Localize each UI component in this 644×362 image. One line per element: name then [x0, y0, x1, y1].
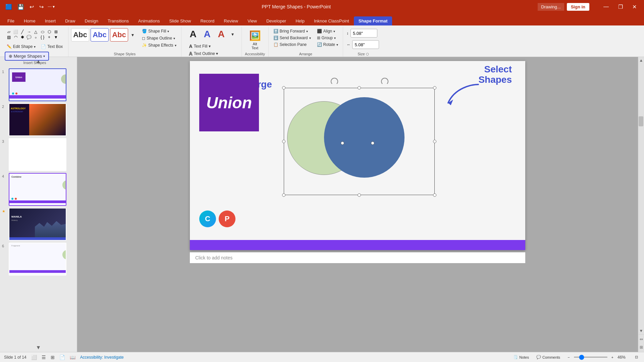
- sign-in-button[interactable]: Sign in: [567, 3, 589, 11]
- handle-br[interactable]: [433, 193, 436, 197]
- wordart-red-button[interactable]: A: [215, 28, 227, 40]
- shape-callout-icon[interactable]: 💬: [26, 35, 32, 40]
- circles-container[interactable]: [284, 88, 435, 195]
- fit-slide-button[interactable]: ⊡: [633, 354, 640, 361]
- undo-button[interactable]: ↩: [28, 3, 35, 11]
- merge-shapes-button[interactable]: ⊕ Merge Shapes ▾: [5, 52, 49, 61]
- tab-insert[interactable]: Insert: [40, 16, 61, 25]
- slide-thumb-5[interactable]: MANILA History: [9, 208, 66, 241]
- rotate-handle-left[interactable]: [331, 78, 338, 85]
- shape-plus-icon[interactable]: +: [46, 35, 52, 40]
- wordart-more-button[interactable]: ▾: [229, 28, 236, 40]
- shape-more-icon[interactable]: ⊞: [53, 29, 59, 34]
- circle-blue[interactable]: [324, 97, 405, 178]
- selection-pane-button[interactable]: 📋 Selection Pane: [271, 42, 313, 48]
- bring-forward-button[interactable]: ⬆️ Bring Forward ▾: [271, 28, 313, 34]
- rotate-handle-right[interactable]: [381, 78, 388, 85]
- align-button[interactable]: ⬛ Align ▾: [315, 28, 340, 34]
- wordart-black-button[interactable]: A: [187, 28, 199, 40]
- scroll-thumb[interactable]: [639, 116, 643, 126]
- save-button[interactable]: 💾: [16, 3, 25, 11]
- fit-button[interactable]: ⊞: [639, 344, 644, 351]
- alt-text-button[interactable]: 🖼️ AltText: [246, 28, 264, 52]
- slide-thumb-4[interactable]: Combine: [9, 173, 66, 206]
- tab-help[interactable]: Help: [291, 16, 309, 25]
- slide-item-3[interactable]: 3: [2, 138, 75, 171]
- styles-more-button[interactable]: ▾: [129, 28, 136, 42]
- width-input[interactable]: [352, 40, 379, 49]
- text-outline-button[interactable]: A Text Outline ▾: [187, 50, 221, 57]
- slide-item-6[interactable]: 6 Fragment: [2, 243, 75, 276]
- close-button[interactable]: ✕: [629, 2, 640, 11]
- handle-tr[interactable]: [433, 86, 436, 89]
- tab-transitions[interactable]: Transitions: [103, 16, 133, 25]
- slide-thumb-6[interactable]: Fragment: [9, 243, 66, 276]
- shape-effects-button[interactable]: ✨ Shape Effects ▾: [140, 42, 178, 48]
- notes-page-icon[interactable]: 📄: [59, 355, 65, 360]
- slide-thumb-1[interactable]: Union: [9, 68, 66, 101]
- shape-star-icon[interactable]: ✱: [19, 35, 25, 40]
- handle-bc[interactable]: [358, 193, 361, 197]
- shape-flow-icon[interactable]: ⬦: [33, 35, 39, 40]
- slide-sorter-icon[interactable]: ⊞: [51, 355, 55, 360]
- rotate-button[interactable]: 🔄 Rotate ▾: [315, 42, 340, 48]
- notes-area[interactable]: Click to add notes: [190, 252, 525, 263]
- slide-item-1[interactable]: 1 Union: [2, 68, 75, 101]
- scroll-track[interactable]: [638, 64, 644, 327]
- slide-item-4[interactable]: 4 Combine: [2, 173, 75, 206]
- wordart-blue-button[interactable]: A: [201, 28, 213, 40]
- tab-record[interactable]: Record: [196, 16, 219, 25]
- zoom-out-button[interactable]: −: [566, 354, 572, 361]
- tab-shape-format[interactable]: Shape Format: [354, 16, 392, 25]
- style-btn-2[interactable]: Abc: [91, 28, 109, 42]
- tab-file[interactable]: File: [3, 16, 19, 25]
- slide-view-icon[interactable]: ⬜: [31, 355, 37, 360]
- reading-view-icon[interactable]: 📖: [70, 355, 75, 360]
- tab-classpoint[interactable]: Inknoe ClassPoint: [309, 16, 354, 25]
- handle-intersect[interactable]: [341, 141, 344, 145]
- union-box[interactable]: Union: [199, 74, 259, 131]
- shape-para-icon[interactable]: ▧: [6, 35, 12, 40]
- shape-bracket-icon[interactable]: { }: [40, 35, 46, 40]
- minimize-button[interactable]: —: [600, 2, 612, 11]
- tab-view[interactable]: View: [243, 16, 262, 25]
- outline-view-icon[interactable]: ☰: [42, 355, 46, 360]
- customize-icon[interactable]: ⋯ ▾: [48, 4, 55, 9]
- slide-thumb-3[interactable]: [9, 138, 66, 171]
- shape-fill-button[interactable]: 🪣 Shape Fill ▾: [140, 28, 178, 34]
- height-input[interactable]: [351, 29, 377, 38]
- tab-slideshow[interactable]: Slide Show: [164, 16, 196, 25]
- style-btn-3[interactable]: Abc: [110, 28, 128, 42]
- zoom-in-button[interactable]: +: [609, 354, 615, 361]
- slide-item-2[interactable]: 2 ASTROLOGY ★ ASTRONOMY: [2, 103, 75, 136]
- style-btn-1[interactable]: Abc: [71, 28, 89, 42]
- handle-center[interactable]: [371, 141, 374, 145]
- tab-design[interactable]: Design: [80, 16, 103, 25]
- shape-round-icon[interactable]: ⬜: [13, 29, 19, 34]
- expand-button[interactable]: ⇔: [639, 336, 644, 343]
- tab-draw[interactable]: Draw: [60, 16, 80, 25]
- shape-rect-icon[interactable]: ▱: [6, 29, 12, 34]
- shape-outline-button[interactable]: ◻ Shape Outline ▾: [140, 35, 178, 41]
- scroll-down-button[interactable]: ▼: [638, 327, 644, 334]
- slide-thumb-2[interactable]: ASTROLOGY ★ ASTRONOMY: [9, 103, 66, 136]
- text-fill-button[interactable]: A Text Fill ▾: [187, 43, 221, 50]
- shape-tri-icon[interactable]: △: [33, 29, 39, 34]
- right-scrollbar[interactable]: ▲ ▼ ⇔ ⊞: [638, 57, 644, 352]
- slide-scroll-down-button[interactable]: ▼: [0, 343, 77, 352]
- shape-arrow-icon[interactable]: →: [26, 29, 32, 34]
- comments-button[interactable]: 💬 Comments: [534, 354, 562, 361]
- handle-bl[interactable]: [282, 193, 285, 197]
- edit-shape-button[interactable]: ✏️ Edit Shape ▾: [5, 43, 38, 50]
- accessibility-status[interactable]: Accessibility: Investigate: [80, 355, 124, 360]
- classpoint-icon[interactable]: C: [199, 210, 216, 227]
- zoom-slider[interactable]: [574, 357, 607, 358]
- shape-curve-icon[interactable]: ◠: [13, 35, 19, 40]
- slide-item-5[interactable]: ★ MANILA History: [2, 208, 75, 241]
- handle-mr[interactable]: [433, 140, 436, 143]
- tab-developer[interactable]: Developer: [262, 16, 291, 25]
- handle-ml[interactable]: [282, 140, 285, 143]
- handle-tl[interactable]: [282, 86, 285, 89]
- canvas-area[interactable]: PPT Merge Union: [77, 57, 638, 352]
- restore-button[interactable]: ❐: [615, 2, 626, 11]
